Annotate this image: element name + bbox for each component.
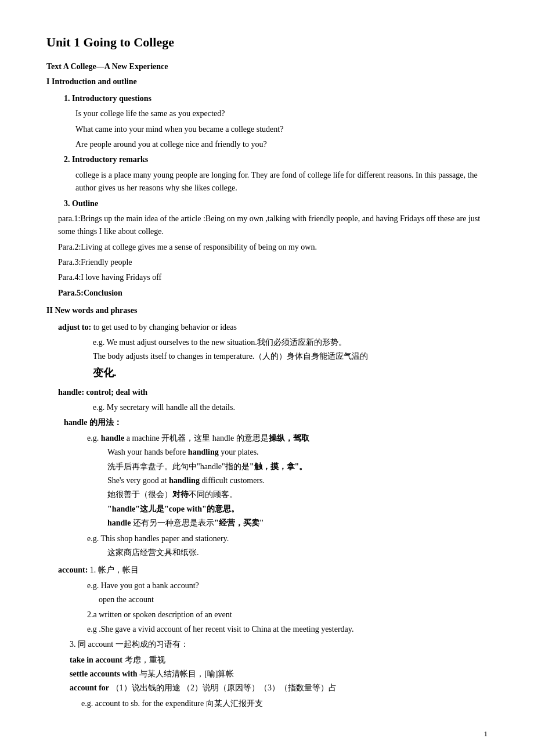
account-phrase1: take in account 考虑，重视 — [70, 654, 488, 667]
account-def2: 2.a written or spoken description of an … — [87, 609, 488, 621]
handle-eg2-line2: 这家商店经营文具和纸张. — [107, 546, 488, 559]
account-eg2: e.g .She gave a vivid account of her rec… — [87, 623, 488, 636]
account-phrase2: settle accounts with 与某人结清帐目，[喻]算帐 — [70, 668, 488, 681]
handle-eg1: e.g. My secretary will handle all the de… — [93, 401, 488, 414]
unit-title: Unit 1 Going to College — [46, 35, 488, 50]
account-phrase3: account for （1）说出钱的用途 （2）说明（原因等）（3）（指数量等… — [70, 682, 488, 694]
adjust-eg1: e.g. We must adjust ourselves to the new… — [93, 336, 488, 349]
handle-usage-eg1-line5: 她很善于（很会）对待不同的顾客。 — [107, 488, 488, 501]
handle-cope-with: "handle"这儿是"cope with"的意思。 — [107, 503, 488, 516]
para4-outline: Para.4:I love having Fridays off — [58, 271, 488, 284]
introductory-remarks-heading: 2. Introductory remarks — [64, 153, 488, 166]
handle-usage-eg1-line4: She's very good at handling difficult cu… — [107, 474, 488, 487]
handle-eg2-line1: e.g. This shop handles paper and station… — [87, 532, 488, 545]
handle-entry: handle: control; deal with — [58, 386, 488, 399]
intro-outline-heading: I Introduction and outline — [46, 75, 488, 88]
question-2: What came into your mind when you became… — [75, 123, 488, 136]
account-eg1: e.g. Have you got a bank account? — [87, 579, 488, 592]
account-entry: account: 1. 帐户，帐目 — [58, 564, 488, 577]
handle-usage-eg1-line1: e.g. handle a machine 开机器，这里 handle 的意思是… — [87, 432, 488, 445]
introductory-remarks-text: college is a place many young people are… — [75, 169, 488, 195]
text-a-heading: Text A College—A New Experience — [46, 60, 488, 73]
adjust-chinese: 变化. — [93, 365, 488, 381]
handle-usage-eg1-line2: Wash your hands before handling your pla… — [107, 446, 488, 459]
para2-outline: Para.2:Living at college gives me a sens… — [58, 241, 488, 254]
account-open: open the account — [99, 593, 488, 606]
handle-usage-eg1-line3: 洗手后再拿盘子。此句中"handle"指的是"触，摸，拿"。 — [107, 460, 488, 473]
handle-usage-label: handle 的用法： — [64, 416, 488, 429]
adjust-eg2: The body adjusts itself to changes in te… — [93, 350, 488, 363]
adjust-to-entry: adjust to: to get used to by changing be… — [58, 321, 488, 334]
para5-outline: Para.5:Conclusion — [58, 287, 488, 300]
account-eg3: e.g. account to sb. for the expenditure … — [81, 697, 488, 710]
new-words-heading: II New words and phrases — [46, 304, 488, 317]
para1-outline: para.1:Brings up the main idea of the ar… — [58, 213, 488, 239]
page-number: 1 — [484, 729, 488, 739]
handle-jingying: handle 还有另一种意思是表示"经营，买卖" — [107, 517, 488, 530]
para3-outline: Para.3:Friendly people — [58, 256, 488, 269]
introductory-questions-heading: 1. Introductory questions — [64, 92, 488, 105]
question-3: Are people around you at college nice an… — [75, 138, 488, 151]
question-1: Is your college life the same as you exp… — [75, 107, 488, 120]
account-note3: 3. 同 account 一起构成的习语有： — [70, 638, 488, 651]
outline-heading: 3. Outline — [64, 197, 488, 210]
